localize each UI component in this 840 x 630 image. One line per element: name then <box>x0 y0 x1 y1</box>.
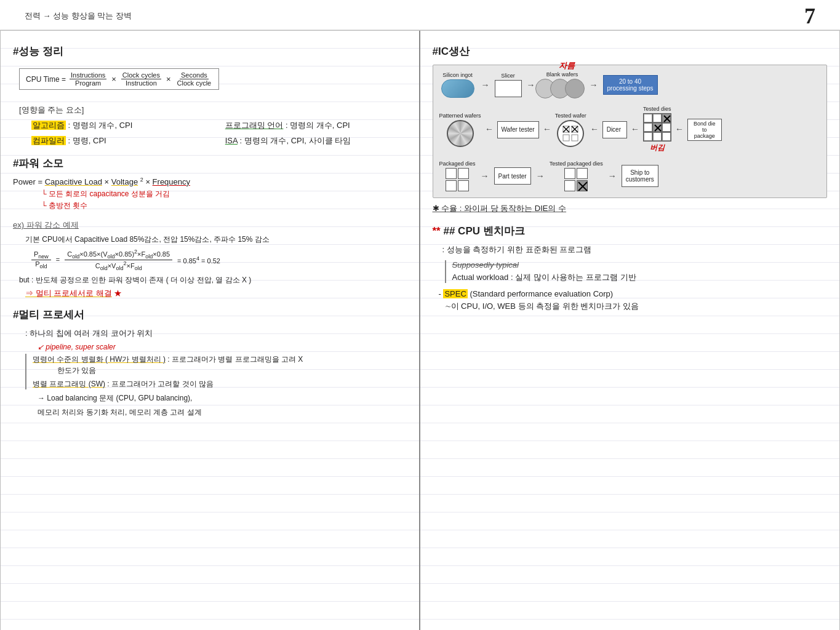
cpu-time-label: CPU Time = <box>26 75 66 84</box>
slicer-node: Slicer <box>495 73 522 97</box>
capacitive-load: Capacitive Load <box>45 177 102 186</box>
page-header: 전력 → 성능 향상을 막는 장벽 7 <box>0 0 840 30</box>
left-panel: #성능 정리 CPU Time = Instructions Program ×… <box>1 31 420 630</box>
main-layout: #성능 정리 CPU Time = Instructions Program ×… <box>0 30 840 630</box>
dicer-label: Dicer <box>607 126 621 133</box>
fraction-clock-den: Instruction <box>124 79 158 87</box>
arrow-8: → <box>485 125 494 135</box>
arrow-11: → <box>608 171 617 181</box>
section-example: ex) 파워 감소 예제 기본 CPU에서 Capacitive Load 85… <box>13 220 407 299</box>
tested-dies-node: Tested dies <box>643 106 671 153</box>
wafer-tester-label: Wafer tester <box>502 126 535 133</box>
silicon-ingot-node: Silicon ingot <box>439 72 476 98</box>
voltage: Voltage <box>111 177 138 186</box>
blank-wafers-label: Blank wafers <box>546 71 578 78</box>
influence-section: [영향을 주는 요소] 알고리즘 : 명령의 개수, CPI 프로그래밍 언어 … <box>19 105 407 148</box>
blank-wafers-node: Blank wafers 자름 <box>540 71 585 98</box>
cpu-time-formula: CPU Time = Instructions Program × Clock … <box>19 68 219 90</box>
processing-steps-label: 20 to 40processing steps <box>607 78 654 92</box>
spec-line: - SPEC (Standard performance evaluation … <box>439 289 828 298</box>
bond-die-label: Bond die to package <box>692 121 718 139</box>
tested-wafer-label: Tested wafer <box>555 113 586 119</box>
right-panel: #IC생산 Silicon ingot → Slicer <box>420 31 840 630</box>
bracket-item-1: 명령어 수준의 병렬화 ( HW가 병렬처리 ) : 프로그래머가 병렬 프로그… <box>33 354 407 376</box>
bracket-item-2: 병렬 프로그래밍 (SW) : 프로그래머가 고려할 것이 많음 <box>33 378 407 389</box>
jeum-label: 자름 <box>559 60 575 71</box>
ship-to-customers-node: Ship to customers <box>622 165 658 187</box>
patterned-wafer-circle <box>447 120 474 147</box>
patterned-wafers-label: Patterned wafers <box>439 113 481 119</box>
fraction-instructions: Instructions Program <box>70 71 106 87</box>
page-number: 7 <box>804 5 815 27</box>
fraction-instructions-num: Instructions <box>70 71 106 79</box>
part-tester-label: Part tester <box>498 173 527 180</box>
tested-wafer-circle <box>557 120 584 147</box>
section-ic: #IC생산 Silicon ingot → Slicer <box>433 44 828 214</box>
example-title: ex) 파워 감소 예제 <box>13 220 407 231</box>
section-power: #파워 소모 Power = Capacitive Load × Voltage… <box>13 156 407 211</box>
part-tester-box: Part tester <box>494 167 531 185</box>
ic-flow-row1: Silicon ingot → Slicer → Blank wafers <box>439 71 821 98</box>
star-note: ✱ 수율 : 와이퍼 당 동작하는 DIE의 수 <box>433 203 828 214</box>
bracket-list: 명령어 수준의 병렬화 ( HW가 병렬처리 ) : 프로그래머가 병렬 프로그… <box>25 354 407 389</box>
wafer-tester-node: Wafer tester <box>497 121 539 138</box>
part-tester-node: Part tester <box>494 167 531 185</box>
fraction-seconds-den: Clock cycle <box>176 79 213 87</box>
silicon-ingot-shape <box>441 79 474 98</box>
benchmark-bracket: Supposedly typical Actual workload : 실제 … <box>445 260 828 283</box>
influence-grid: 알고리즘 : 명령의 개수, CPI 프로그래밍 언어 : 명령의 개수, CP… <box>31 119 407 148</box>
fraction-clock: Clock cycles Instruction <box>121 71 161 87</box>
pipeline-note: ↙ pipeline, super scaler <box>38 343 407 351</box>
but-line: but : 반도체 공정으로 인한 파워 장벽이 존재 ( 더 이상 전압, 열… <box>19 275 407 285</box>
bond-die-node: Bond die to package <box>687 119 722 141</box>
svg-rect-10 <box>563 135 569 141</box>
tested-dies-label: Tested dies <box>643 106 671 112</box>
page-title: 전력 → 성능 향상을 막는 장벽 <box>25 10 132 22</box>
isa-label: ISA <box>225 136 238 145</box>
silicon-ingot-label: Silicon ingot <box>439 72 476 78</box>
power-calc-fraction: Cold×0.85×(Vold×0.85)2×Fold×0.85 Cold×Vo… <box>65 249 172 271</box>
packaged-dies-grid <box>446 168 469 191</box>
arrow-9: → <box>481 171 489 181</box>
influence-algorithm: 알고리즘 : 명령의 개수, CPI <box>31 119 213 132</box>
spec-sub-line: ∼이 CPU, I/O, WEB 등의 측정을 위한 벤치마크가 있음 <box>445 301 828 312</box>
example-desc: 기본 CPU에서 Capacitive Load 85%감소, 전압 15%감소… <box>25 234 407 245</box>
influence-label: [영향을 주는 요소] <box>19 105 407 116</box>
wafer-circle-3 <box>565 79 585 98</box>
dicer-box: Dicer <box>602 121 627 138</box>
wafer-tester-box: Wafer tester <box>497 121 539 138</box>
times-2: × <box>166 74 171 84</box>
packaged-dies-label: Packaged dies <box>439 161 476 167</box>
patterned-wafers-node: Patterned wafers <box>439 113 481 147</box>
section-performance: #성능 정리 CPU Time = Instructions Program ×… <box>13 44 407 148</box>
fraction-instructions-den: Program <box>74 79 102 87</box>
slicer-box <box>495 80 522 97</box>
arrow-1: → <box>481 80 490 90</box>
section-title-multi: #멀티 프로세서 <box>13 308 407 322</box>
influence-compiler: 컴파일러 : 명령, CPI <box>31 135 213 148</box>
arrow-10: → <box>536 171 545 181</box>
fraction-clock-num: Clock cycles <box>121 71 161 79</box>
ic-flow-row2: Bond die to package → Tested dies <box>439 106 821 153</box>
section-multiprocessor: #멀티 프로세서 : 하나의 칩에 여러 개의 코어가 위치 ↙ pipelin… <box>13 308 407 418</box>
bottom-note-1: → Load balancing 문제 (CPU, GPU balancing)… <box>38 393 407 404</box>
section-title-benchmark: ** ## CPU 벤치마크 <box>433 224 828 238</box>
fraction-seconds-num: Seconds <box>180 71 209 79</box>
packaged-die-x <box>577 180 588 191</box>
arrow-5: → <box>631 125 639 135</box>
tested-packaged-grid <box>564 168 588 191</box>
section-title-performance: #성능 정리 <box>13 44 407 58</box>
die-x-1 <box>662 114 671 122</box>
power-notes: └ 모든 회로의 capacitance 성분을 거김 └ 충방전 횟수 <box>23 189 407 211</box>
bottom-note-2: 메모리 처리와 동기화 처리, 메모리 계층 고려 설계 <box>38 407 407 418</box>
algorithm-label: 알고리즘 <box>31 121 66 130</box>
tested-packaged-label: Tested packaged dies <box>550 161 603 167</box>
arrow-line: ⇒ 멀티 프로세서로 해결 ★ <box>25 288 407 299</box>
compiler-label: 컴파일러 <box>31 136 66 145</box>
section-title-ic: #IC생산 <box>433 44 828 58</box>
language-label: 프로그래밍 언어 <box>225 121 284 130</box>
pnew-fraction: Pnew Pold <box>31 250 51 269</box>
tested-wafer-node: Tested wafer <box>555 113 586 147</box>
blank-wafers-circles <box>535 79 585 98</box>
ic-diagram: Silicon ingot → Slicer → Blank wafers <box>433 65 828 198</box>
